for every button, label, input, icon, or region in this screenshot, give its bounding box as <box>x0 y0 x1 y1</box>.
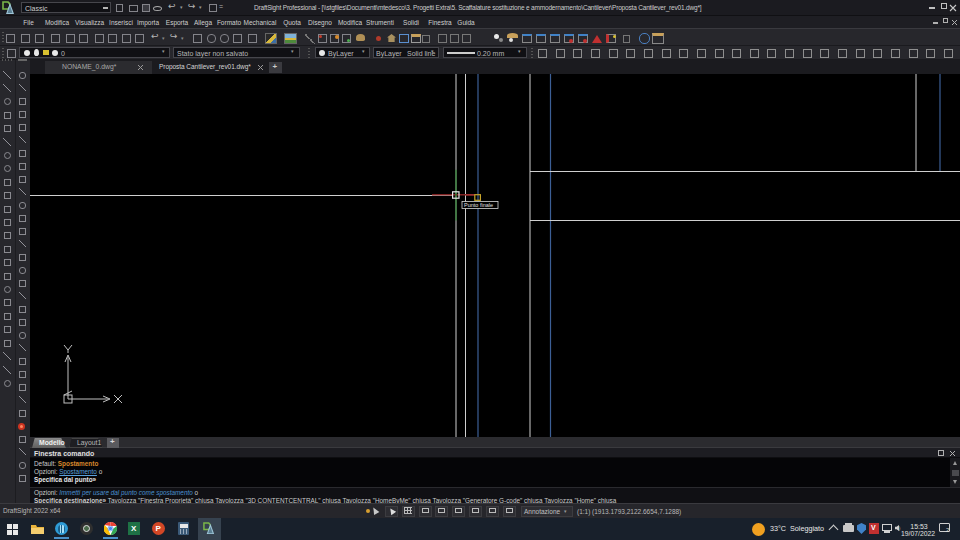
svg-text:Punto finale: Punto finale <box>464 202 493 208</box>
